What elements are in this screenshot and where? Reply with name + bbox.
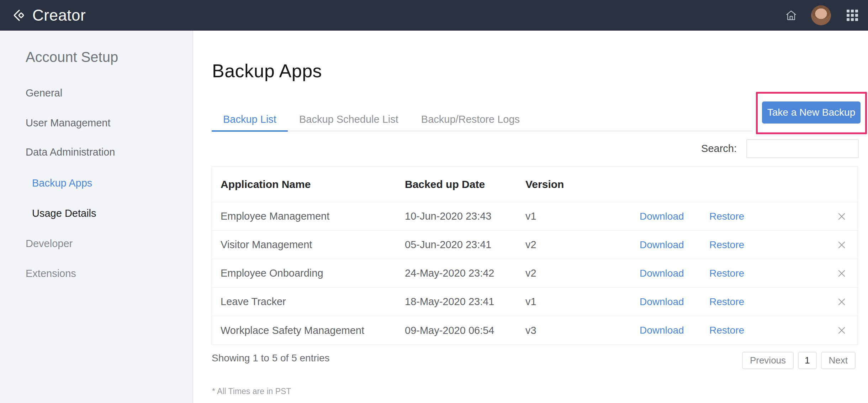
download-link[interactable]: Download	[640, 211, 709, 222]
sidebar: Account Setup General User Management Da…	[0, 31, 193, 403]
app-name-cell: Leave Tracker	[212, 296, 405, 308]
tabbar: Backup List Backup Schedule List Backup/…	[212, 108, 752, 131]
close-x-icon[interactable]	[826, 297, 858, 307]
version-cell: v2	[525, 267, 640, 279]
tab-backup-restore-logs[interactable]: Backup/Restore Logs	[410, 108, 531, 131]
version-cell: v1	[525, 210, 640, 222]
creator-logo-icon	[12, 8, 25, 22]
search-label: Search:	[705, 139, 737, 158]
column-application-name: Application Name	[212, 178, 405, 190]
download-link[interactable]: Download	[640, 325, 709, 336]
download-link[interactable]: Download	[640, 296, 709, 308]
close-x-icon[interactable]	[826, 211, 858, 222]
main-content: Backup Apps Backup List Backup Schedule …	[193, 31, 868, 403]
restore-link[interactable]: Restore	[709, 268, 780, 279]
download-link[interactable]: Download	[640, 239, 709, 251]
pagination: Previous 1 Next	[742, 352, 856, 369]
backup-date-cell: 24-May-2020 23:42	[405, 267, 525, 279]
page-shell: Account Setup General User Management Da…	[0, 31, 868, 403]
home-icon[interactable]	[785, 9, 798, 22]
restore-link[interactable]: Restore	[709, 296, 780, 308]
sidebar-heading: Account Setup	[26, 49, 118, 65]
entries-summary: Showing 1 to 5 of 5 entries	[212, 352, 330, 364]
sidebar-item-data-administration[interactable]: Data Administration	[26, 146, 115, 158]
download-link[interactable]: Download	[640, 268, 709, 279]
table-header-row: Application Name Backed up Date Version	[212, 167, 858, 202]
table-row: Workplace Safety Management 09-May-2020 …	[212, 316, 858, 345]
app-name-cell: Employee Management	[212, 210, 405, 222]
close-x-icon[interactable]	[826, 325, 858, 336]
column-version: Version	[525, 178, 640, 190]
backup-date-cell: 09-May-2020 06:54	[405, 325, 525, 336]
tab-backup-schedule-list[interactable]: Backup Schedule List	[288, 108, 410, 131]
topbar-actions	[785, 5, 868, 25]
restore-link[interactable]: Restore	[709, 325, 780, 336]
backup-date-cell: 18-May-2020 23:41	[405, 296, 525, 308]
page-number-button[interactable]: 1	[798, 352, 816, 369]
take-new-backup-button[interactable]: Take a New Backup	[762, 101, 861, 124]
search-input[interactable]	[746, 139, 859, 158]
app-name-cell: Employee Onboarding	[212, 267, 405, 279]
next-page-button[interactable]: Next	[821, 352, 856, 369]
column-backed-up-date: Backed up Date	[405, 178, 525, 190]
sidebar-item-usage-details[interactable]: Usage Details	[32, 207, 96, 219]
page-title: Backup Apps	[212, 60, 322, 82]
sidebar-item-user-management[interactable]: User Management	[26, 117, 111, 129]
table-row: Visitor Management 05-Jun-2020 23:41 v2 …	[212, 231, 858, 259]
app-name-cell: Workplace Safety Management	[212, 325, 405, 336]
table-row: Leave Tracker 18-May-2020 23:41 v1 Downl…	[212, 288, 858, 316]
version-cell: v2	[525, 239, 640, 251]
restore-link[interactable]: Restore	[709, 211, 780, 222]
table-row: Employee Onboarding 24-May-2020 23:42 v2…	[212, 259, 858, 288]
backup-date-cell: 10-Jun-2020 23:43	[405, 210, 525, 222]
sidebar-item-developer[interactable]: Developer	[26, 237, 73, 250]
timezone-footnote: * All Times are in PST	[212, 387, 291, 396]
creator-logo[interactable]: Creator	[0, 6, 86, 24]
sidebar-item-backup-apps[interactable]: Backup Apps	[32, 177, 92, 189]
apps-grid-icon[interactable]	[847, 10, 858, 21]
previous-page-button[interactable]: Previous	[742, 352, 794, 369]
sidebar-item-extensions[interactable]: Extensions	[26, 267, 76, 279]
sidebar-item-general[interactable]: General	[26, 87, 62, 99]
app-name-cell: Visitor Management	[212, 239, 405, 251]
user-avatar[interactable]	[811, 5, 831, 25]
close-x-icon[interactable]	[826, 240, 858, 250]
backup-date-cell: 05-Jun-2020 23:41	[405, 239, 525, 251]
product-name: Creator	[32, 6, 86, 24]
tab-backup-list[interactable]: Backup List	[212, 108, 288, 131]
version-cell: v3	[525, 325, 640, 336]
restore-link[interactable]: Restore	[709, 239, 780, 251]
topbar: Creator	[0, 0, 868, 31]
table-row: Employee Management 10-Jun-2020 23:43 v1…	[212, 202, 858, 231]
version-cell: v1	[525, 296, 640, 308]
backup-table: Application Name Backed up Date Version …	[212, 166, 858, 345]
close-x-icon[interactable]	[826, 268, 858, 279]
